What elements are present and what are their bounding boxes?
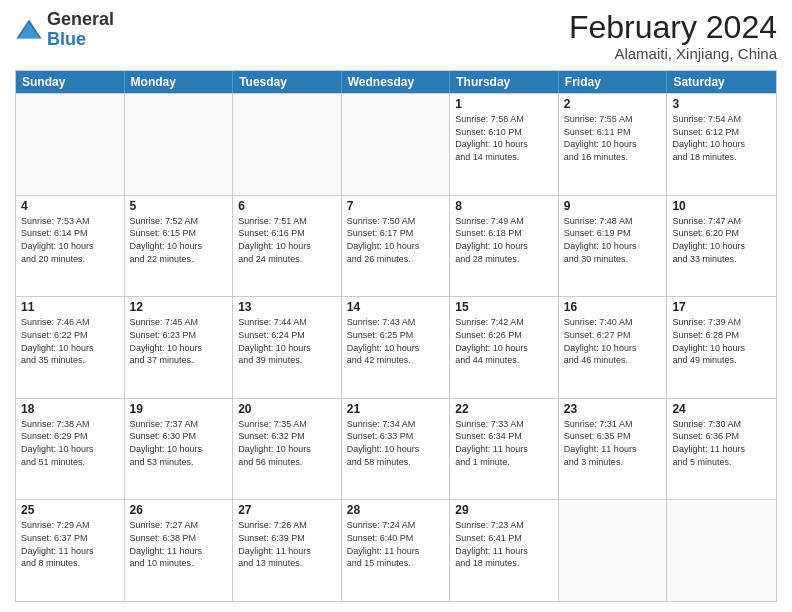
cal-cell-3: 3Sunrise: 7:54 AMSunset: 6:12 PMDaylight… xyxy=(667,94,776,195)
cal-cell-6: 6Sunrise: 7:51 AMSunset: 6:16 PMDaylight… xyxy=(233,196,342,297)
day-info: Sunrise: 7:52 AMSunset: 6:15 PMDaylight:… xyxy=(130,215,228,265)
day-number: 21 xyxy=(347,402,445,416)
day-number: 24 xyxy=(672,402,771,416)
cal-cell-empty-0-2 xyxy=(233,94,342,195)
day-info: Sunrise: 7:38 AMSunset: 6:29 PMDaylight:… xyxy=(21,418,119,468)
title-block: February 2024 Alamaiti, Xinjiang, China xyxy=(569,10,777,62)
day-number: 16 xyxy=(564,300,662,314)
day-header-tuesday: Tuesday xyxy=(233,71,342,93)
cal-cell-empty-0-0 xyxy=(16,94,125,195)
day-info: Sunrise: 7:42 AMSunset: 6:26 PMDaylight:… xyxy=(455,316,553,366)
cal-cell-25: 25Sunrise: 7:29 AMSunset: 6:37 PMDayligh… xyxy=(16,500,125,601)
cal-cell-29: 29Sunrise: 7:23 AMSunset: 6:41 PMDayligh… xyxy=(450,500,559,601)
day-info: Sunrise: 7:46 AMSunset: 6:22 PMDaylight:… xyxy=(21,316,119,366)
day-header-thursday: Thursday xyxy=(450,71,559,93)
cal-cell-9: 9Sunrise: 7:48 AMSunset: 6:19 PMDaylight… xyxy=(559,196,668,297)
logo-icon xyxy=(15,16,43,44)
day-header-sunday: Sunday xyxy=(16,71,125,93)
day-number: 1 xyxy=(455,97,553,111)
day-header-wednesday: Wednesday xyxy=(342,71,451,93)
day-info: Sunrise: 7:50 AMSunset: 6:17 PMDaylight:… xyxy=(347,215,445,265)
cal-cell-23: 23Sunrise: 7:31 AMSunset: 6:35 PMDayligh… xyxy=(559,399,668,500)
day-info: Sunrise: 7:31 AMSunset: 6:35 PMDaylight:… xyxy=(564,418,662,468)
day-number: 19 xyxy=(130,402,228,416)
cal-cell-empty-4-5 xyxy=(559,500,668,601)
day-number: 12 xyxy=(130,300,228,314)
cal-cell-21: 21Sunrise: 7:34 AMSunset: 6:33 PMDayligh… xyxy=(342,399,451,500)
day-number: 23 xyxy=(564,402,662,416)
day-header-monday: Monday xyxy=(125,71,234,93)
day-info: Sunrise: 7:47 AMSunset: 6:20 PMDaylight:… xyxy=(672,215,771,265)
day-number: 9 xyxy=(564,199,662,213)
day-info: Sunrise: 7:24 AMSunset: 6:40 PMDaylight:… xyxy=(347,519,445,569)
calendar-header-row: SundayMondayTuesdayWednesdayThursdayFrid… xyxy=(16,71,776,93)
day-info: Sunrise: 7:33 AMSunset: 6:34 PMDaylight:… xyxy=(455,418,553,468)
cal-cell-27: 27Sunrise: 7:26 AMSunset: 6:39 PMDayligh… xyxy=(233,500,342,601)
day-info: Sunrise: 7:29 AMSunset: 6:37 PMDaylight:… xyxy=(21,519,119,569)
logo: General Blue xyxy=(15,10,114,50)
day-info: Sunrise: 7:34 AMSunset: 6:33 PMDaylight:… xyxy=(347,418,445,468)
day-number: 26 xyxy=(130,503,228,517)
calendar-location: Alamaiti, Xinjiang, China xyxy=(569,45,777,62)
day-number: 27 xyxy=(238,503,336,517)
logo-blue-text: Blue xyxy=(47,29,86,49)
cal-cell-18: 18Sunrise: 7:38 AMSunset: 6:29 PMDayligh… xyxy=(16,399,125,500)
day-number: 17 xyxy=(672,300,771,314)
day-number: 22 xyxy=(455,402,553,416)
day-number: 15 xyxy=(455,300,553,314)
day-info: Sunrise: 7:44 AMSunset: 6:24 PMDaylight:… xyxy=(238,316,336,366)
cal-cell-2: 2Sunrise: 7:55 AMSunset: 6:11 PMDaylight… xyxy=(559,94,668,195)
day-info: Sunrise: 7:26 AMSunset: 6:39 PMDaylight:… xyxy=(238,519,336,569)
day-number: 20 xyxy=(238,402,336,416)
page: General Blue February 2024 Alamaiti, Xin… xyxy=(0,0,792,612)
cal-cell-8: 8Sunrise: 7:49 AMSunset: 6:18 PMDaylight… xyxy=(450,196,559,297)
day-info: Sunrise: 7:43 AMSunset: 6:25 PMDaylight:… xyxy=(347,316,445,366)
day-header-friday: Friday xyxy=(559,71,668,93)
cal-cell-10: 10Sunrise: 7:47 AMSunset: 6:20 PMDayligh… xyxy=(667,196,776,297)
day-info: Sunrise: 7:53 AMSunset: 6:14 PMDaylight:… xyxy=(21,215,119,265)
cal-cell-14: 14Sunrise: 7:43 AMSunset: 6:25 PMDayligh… xyxy=(342,297,451,398)
day-info: Sunrise: 7:37 AMSunset: 6:30 PMDaylight:… xyxy=(130,418,228,468)
day-info: Sunrise: 7:51 AMSunset: 6:16 PMDaylight:… xyxy=(238,215,336,265)
cal-cell-empty-4-6 xyxy=(667,500,776,601)
day-number: 5 xyxy=(130,199,228,213)
day-number: 13 xyxy=(238,300,336,314)
day-number: 4 xyxy=(21,199,119,213)
week-row-0: 1Sunrise: 7:56 AMSunset: 6:10 PMDaylight… xyxy=(16,93,776,195)
cal-cell-7: 7Sunrise: 7:50 AMSunset: 6:17 PMDaylight… xyxy=(342,196,451,297)
week-row-2: 11Sunrise: 7:46 AMSunset: 6:22 PMDayligh… xyxy=(16,296,776,398)
day-header-saturday: Saturday xyxy=(667,71,776,93)
calendar-body: 1Sunrise: 7:56 AMSunset: 6:10 PMDaylight… xyxy=(16,93,776,601)
cal-cell-4: 4Sunrise: 7:53 AMSunset: 6:14 PMDaylight… xyxy=(16,196,125,297)
cal-cell-13: 13Sunrise: 7:44 AMSunset: 6:24 PMDayligh… xyxy=(233,297,342,398)
day-info: Sunrise: 7:49 AMSunset: 6:18 PMDaylight:… xyxy=(455,215,553,265)
cal-cell-28: 28Sunrise: 7:24 AMSunset: 6:40 PMDayligh… xyxy=(342,500,451,601)
calendar: SundayMondayTuesdayWednesdayThursdayFrid… xyxy=(15,70,777,602)
cal-cell-26: 26Sunrise: 7:27 AMSunset: 6:38 PMDayligh… xyxy=(125,500,234,601)
cal-cell-15: 15Sunrise: 7:42 AMSunset: 6:26 PMDayligh… xyxy=(450,297,559,398)
logo-general-text: General xyxy=(47,9,114,29)
day-number: 7 xyxy=(347,199,445,213)
cal-cell-1: 1Sunrise: 7:56 AMSunset: 6:10 PMDaylight… xyxy=(450,94,559,195)
cal-cell-11: 11Sunrise: 7:46 AMSunset: 6:22 PMDayligh… xyxy=(16,297,125,398)
day-number: 14 xyxy=(347,300,445,314)
day-number: 6 xyxy=(238,199,336,213)
cal-cell-20: 20Sunrise: 7:35 AMSunset: 6:32 PMDayligh… xyxy=(233,399,342,500)
calendar-title: February 2024 xyxy=(569,10,777,45)
day-info: Sunrise: 7:45 AMSunset: 6:23 PMDaylight:… xyxy=(130,316,228,366)
day-info: Sunrise: 7:56 AMSunset: 6:10 PMDaylight:… xyxy=(455,113,553,163)
day-number: 11 xyxy=(21,300,119,314)
day-number: 2 xyxy=(564,97,662,111)
day-info: Sunrise: 7:30 AMSunset: 6:36 PMDaylight:… xyxy=(672,418,771,468)
cal-cell-empty-0-1 xyxy=(125,94,234,195)
cal-cell-17: 17Sunrise: 7:39 AMSunset: 6:28 PMDayligh… xyxy=(667,297,776,398)
day-info: Sunrise: 7:35 AMSunset: 6:32 PMDaylight:… xyxy=(238,418,336,468)
header: General Blue February 2024 Alamaiti, Xin… xyxy=(15,10,777,62)
day-number: 29 xyxy=(455,503,553,517)
week-row-3: 18Sunrise: 7:38 AMSunset: 6:29 PMDayligh… xyxy=(16,398,776,500)
cal-cell-19: 19Sunrise: 7:37 AMSunset: 6:30 PMDayligh… xyxy=(125,399,234,500)
day-info: Sunrise: 7:55 AMSunset: 6:11 PMDaylight:… xyxy=(564,113,662,163)
week-row-4: 25Sunrise: 7:29 AMSunset: 6:37 PMDayligh… xyxy=(16,499,776,601)
cal-cell-22: 22Sunrise: 7:33 AMSunset: 6:34 PMDayligh… xyxy=(450,399,559,500)
week-row-1: 4Sunrise: 7:53 AMSunset: 6:14 PMDaylight… xyxy=(16,195,776,297)
